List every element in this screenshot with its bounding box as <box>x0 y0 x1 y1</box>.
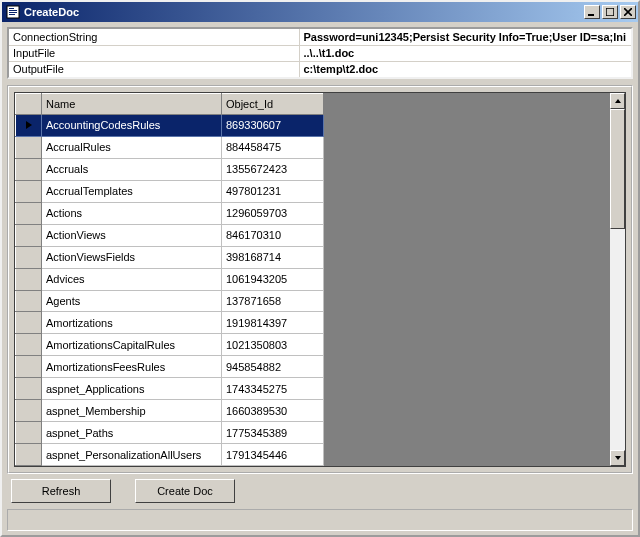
property-row: ConnectionStringPassword=uni12345;Persis… <box>9 29 631 45</box>
row-header[interactable] <box>16 136 42 158</box>
svg-rect-6 <box>606 8 614 16</box>
table-row[interactable]: aspnet_Applications1743345275 <box>16 378 324 400</box>
app-window: CreateDoc ConnectionStringPassword=uni12… <box>0 0 640 537</box>
cell-name[interactable]: Advices <box>42 268 222 290</box>
cell-objectid[interactable]: 1061943205 <box>222 268 324 290</box>
cell-name[interactable]: AmortizationsFeesRules <box>42 356 222 378</box>
row-header[interactable] <box>16 444 42 466</box>
table-row[interactable]: aspnet_Membership1660389530 <box>16 400 324 422</box>
cell-name[interactable]: ActionViewsFields <box>42 246 222 268</box>
cell-name[interactable]: ActionViews <box>42 224 222 246</box>
table-row[interactable]: Agents137871658 <box>16 290 324 312</box>
cell-objectid[interactable]: 869330607 <box>222 115 324 137</box>
vertical-scrollbar[interactable] <box>609 93 625 466</box>
table-row[interactable]: AmortizationsFeesRules945854882 <box>16 356 324 378</box>
row-header[interactable] <box>16 356 42 378</box>
status-bar <box>7 509 633 531</box>
cell-name[interactable]: AccountingCodesRules <box>42 115 222 137</box>
svg-rect-2 <box>9 10 17 11</box>
cell-objectid[interactable]: 1021350803 <box>222 334 324 356</box>
cell-objectid[interactable]: 1355672423 <box>222 158 324 180</box>
row-header[interactable] <box>16 268 42 290</box>
scroll-thumb[interactable] <box>610 109 625 229</box>
cell-name[interactable]: AmortizationsCapitalRules <box>42 334 222 356</box>
cell-objectid[interactable]: 1791345446 <box>222 444 324 466</box>
cell-name[interactable]: Agents <box>42 290 222 312</box>
row-header[interactable] <box>16 202 42 224</box>
table-row[interactable]: AccrualRules884458475 <box>16 136 324 158</box>
row-header[interactable] <box>16 378 42 400</box>
property-value[interactable]: ..\..\t1.doc <box>299 45 631 61</box>
cell-name[interactable]: aspnet_PersonalizationAllUsers <box>42 444 222 466</box>
svg-rect-3 <box>9 12 17 13</box>
client-area: ConnectionStringPassword=uni12345;Persis… <box>2 22 638 535</box>
table-row[interactable]: Advices1061943205 <box>16 268 324 290</box>
property-row: InputFile..\..\t1.doc <box>9 45 631 61</box>
table-row[interactable]: AmortizationsCapitalRules1021350803 <box>16 334 324 356</box>
property-key: OutputFile <box>9 61 299 77</box>
cell-objectid[interactable]: 884458475 <box>222 136 324 158</box>
cell-name[interactable]: aspnet_Paths <box>42 422 222 444</box>
cell-objectid[interactable]: 398168714 <box>222 246 324 268</box>
cell-objectid[interactable]: 137871658 <box>222 290 324 312</box>
cell-objectid[interactable]: 846170310 <box>222 224 324 246</box>
scroll-down-button[interactable] <box>610 450 625 466</box>
property-grid: ConnectionStringPassword=uni12345;Persis… <box>7 27 633 79</box>
svg-rect-4 <box>9 14 15 15</box>
column-header-name[interactable]: Name <box>42 94 222 115</box>
row-header-corner[interactable] <box>16 94 42 115</box>
table-row[interactable]: Actions1296059703 <box>16 202 324 224</box>
scroll-track[interactable] <box>610 229 625 450</box>
close-button[interactable] <box>620 5 636 19</box>
cell-name[interactable]: Actions <box>42 202 222 224</box>
cell-name[interactable]: AccrualRules <box>42 136 222 158</box>
cell-name[interactable]: AccrualTemplates <box>42 180 222 202</box>
window-title: CreateDoc <box>24 6 584 18</box>
row-header[interactable] <box>16 180 42 202</box>
scroll-up-button[interactable] <box>610 93 625 109</box>
svg-rect-1 <box>9 8 14 9</box>
create-doc-button[interactable]: Create Doc <box>135 479 235 503</box>
cell-name[interactable]: Amortizations <box>42 312 222 334</box>
table-row[interactable]: AccrualTemplates497801231 <box>16 180 324 202</box>
property-value[interactable]: Password=uni12345;Persist Security Info=… <box>299 29 631 45</box>
cell-objectid[interactable]: 1775345389 <box>222 422 324 444</box>
datagrid-panel: Name Object_Id AccountingCodesRules86933… <box>7 85 633 474</box>
current-row-indicator-icon <box>26 121 32 129</box>
table-row[interactable]: Accruals1355672423 <box>16 158 324 180</box>
row-header[interactable] <box>16 312 42 334</box>
svg-rect-5 <box>588 14 594 16</box>
maximize-button[interactable] <box>602 5 618 19</box>
cell-objectid[interactable]: 945854882 <box>222 356 324 378</box>
row-header[interactable] <box>16 290 42 312</box>
property-row: OutputFilec:\temp\t2.doc <box>9 61 631 77</box>
cell-name[interactable]: Accruals <box>42 158 222 180</box>
property-value[interactable]: c:\temp\t2.doc <box>299 61 631 77</box>
table-row[interactable]: ActionViewsFields398168714 <box>16 246 324 268</box>
property-key: InputFile <box>9 45 299 61</box>
cell-objectid[interactable]: 497801231 <box>222 180 324 202</box>
table-row[interactable]: AccountingCodesRules869330607 <box>16 115 324 137</box>
row-header[interactable] <box>16 246 42 268</box>
cell-objectid[interactable]: 1660389530 <box>222 400 324 422</box>
row-header[interactable] <box>16 334 42 356</box>
minimize-button[interactable] <box>584 5 600 19</box>
cell-name[interactable]: aspnet_Applications <box>42 378 222 400</box>
table-row[interactable]: ActionViews846170310 <box>16 224 324 246</box>
row-header[interactable] <box>16 158 42 180</box>
row-header[interactable] <box>16 400 42 422</box>
cell-name[interactable]: aspnet_Membership <box>42 400 222 422</box>
cell-objectid[interactable]: 1296059703 <box>222 202 324 224</box>
cell-objectid[interactable]: 1743345275 <box>222 378 324 400</box>
row-header[interactable] <box>16 115 42 137</box>
row-header[interactable] <box>16 422 42 444</box>
table-row[interactable]: aspnet_Paths1775345389 <box>16 422 324 444</box>
datagrid[interactable]: Name Object_Id AccountingCodesRules86933… <box>14 92 626 467</box>
table-row[interactable]: Amortizations1919814397 <box>16 312 324 334</box>
row-header[interactable] <box>16 224 42 246</box>
cell-objectid[interactable]: 1919814397 <box>222 312 324 334</box>
property-key: ConnectionString <box>9 29 299 45</box>
refresh-button[interactable]: Refresh <box>11 479 111 503</box>
column-header-objectid[interactable]: Object_Id <box>222 94 324 115</box>
table-row[interactable]: aspnet_PersonalizationAllUsers1791345446 <box>16 444 324 466</box>
